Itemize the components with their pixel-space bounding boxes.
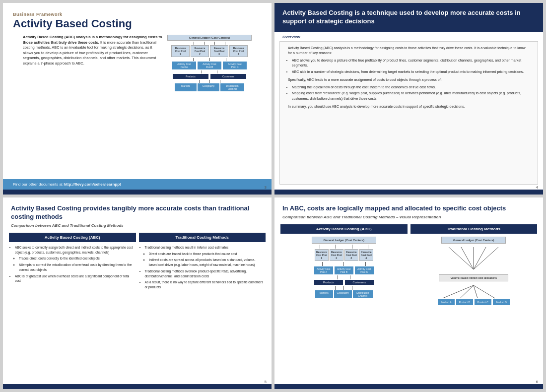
- slide3-subtitle: Comparison between ABC and Traditional C…: [11, 223, 264, 228]
- diag-customers: Customers: [210, 74, 246, 79]
- slide2-specifically: Specifically, ABC leads to a more accura…: [288, 77, 530, 83]
- slide1-title: Activity Based Costing: [13, 18, 262, 30]
- slide3-abc-col: Activity Based Costing (ABC) ABC seeks t…: [9, 233, 136, 382]
- slide4-activity-c: Activity CostPool C: [355, 266, 374, 274]
- slide3-comparison-table: Activity Based Costing (ABC) ABC seeks t…: [9, 233, 266, 382]
- abc-bullet-1: ABC seeks to correctly assign both direc…: [15, 245, 134, 255]
- svg-line-1: [461, 247, 474, 269]
- slide4-product-a: Product A: [438, 299, 455, 305]
- slide2-header-title: Activity Based Costing is a technique us…: [282, 9, 535, 26]
- slide4-trad-section: Traditional Costing Methods General Ledg…: [410, 224, 538, 382]
- abc-bullet-3: Attempts to correct the misallocation of…: [19, 262, 134, 272]
- slide4-title: In ABC, costs are logically mapped and a…: [282, 204, 535, 213]
- trad-bullet-4: Traditional costing methods overlook pro…: [145, 269, 264, 279]
- slide1-page-num: 3: [265, 185, 267, 190]
- slide4-body: Activity Based Costing (ABC) General Led…: [274, 222, 543, 384]
- diag-gl-label: General Ledger (Cost Centers): [167, 35, 252, 41]
- slide-4: In ABC, costs are logically mapped and a…: [274, 197, 543, 389]
- trad-converge-arrows: [439, 245, 508, 274]
- slide4-trad-header: Traditional Costing Methods: [410, 224, 538, 234]
- slide4-page-num: 6: [536, 380, 538, 384]
- diag-distribution: DistributionChannel: [220, 83, 244, 91]
- diag-activity-a: Activity CostPool A: [172, 62, 196, 69]
- svg-line-4: [474, 247, 498, 269]
- slide4-trad-gl: General Ledger (Cost Centers): [441, 237, 506, 244]
- svg-line-6: [460, 285, 474, 298]
- diag-geography: Geography: [198, 83, 219, 91]
- slide2-bullets2-list: Matching the logical flow of costs throu…: [288, 85, 530, 102]
- slide2-summary: In summary, you should use ABC analysis …: [288, 104, 530, 110]
- slide1-bottom-bar: [3, 190, 272, 195]
- slide4-abc-section: Activity Based Costing (ABC) General Led…: [280, 224, 408, 382]
- slide4-markets: Markets: [315, 290, 333, 298]
- slide2-intro: Activity Based Costing (ABC) analysis is…: [288, 42, 530, 58]
- slide4-product-d: Product D: [493, 299, 510, 305]
- biz-framework-label: Business Framework: [13, 12, 262, 17]
- diag-pool-2: ResourceCost Pool2: [191, 45, 209, 57]
- svg-line-0: [449, 247, 474, 269]
- slide3-trad-col: Traditional Costing Methods Traditional …: [139, 233, 266, 382]
- diag-products: Products: [173, 74, 208, 79]
- svg-line-3: [474, 247, 486, 269]
- slide2-overview-label: Overview: [274, 32, 543, 41]
- slide2-bullet-2: ABC aids in a number of strategic decisi…: [292, 69, 530, 75]
- slide1-footer: Find our other documents at http://flevy…: [3, 179, 272, 190]
- trad-bullet-2: Direct costs are traced back to those pr…: [149, 252, 264, 257]
- abc-bullet-2: Traces direct costs correctly to the ide…: [19, 256, 134, 261]
- diag-pool-4: ResourceCost Pool4: [229, 45, 248, 57]
- slide4-customers: Customers: [345, 280, 374, 285]
- slide1-link[interactable]: http://flevy.com/seller/learnppt: [64, 182, 121, 187]
- slide3-bottom-bar: [3, 384, 272, 389]
- slide4-bottom-bar: [274, 384, 543, 389]
- slide-1: Business Framework Activity Based Costin…: [3, 3, 272, 195]
- slide3-trad-header: Traditional Costing Methods: [139, 233, 266, 242]
- slide4-abc-gl: General Ledger (Cost Centers): [312, 237, 376, 244]
- slide4-product-c: Product C: [475, 299, 491, 305]
- slide2-bullet-1: ABC allows you to develop a picture of t…: [292, 58, 530, 68]
- diag-activity-c: Activity CostPool C: [223, 62, 247, 69]
- slide4-abc-header: Activity Based Costing (ABC): [280, 224, 408, 234]
- slide4-geography: Geography: [334, 290, 352, 298]
- diag-pool-3: ResourceCost Pool3: [210, 45, 228, 57]
- slide4-activity-a: Activity CostPool A: [314, 266, 333, 274]
- slide3-header: Activity Based Costing provides tangibly…: [3, 197, 272, 231]
- trad-bullet-5: As a result, there is no way to capture …: [145, 280, 264, 290]
- slide4-product-b: Product B: [456, 299, 473, 305]
- slide3-trad-body: Traditional costing methods result in in…: [139, 245, 266, 291]
- slide2-bullets-list: ABC allows you to develop a picture of t…: [288, 58, 530, 75]
- slide4-products: Products: [314, 280, 343, 285]
- diag-markets: Markets: [175, 83, 197, 91]
- slide4-trad-diagram: General Ledger (Cost Centers) Volume-bas…: [410, 237, 538, 382]
- slide-2: Activity Based Costing is a technique us…: [274, 3, 543, 195]
- slide3-abc-header: Activity Based Costing (ABC): [9, 233, 136, 242]
- slide3-page-num: 5: [265, 380, 267, 384]
- slide3-abc-body: ABC seeks to correctly assign both direc…: [9, 245, 136, 285]
- slide2-bullet2-2: Mapping costs from “resources” (e.g. wag…: [292, 91, 530, 101]
- slide4-subtitle: Comparison between ABC and Traditional C…: [282, 215, 535, 219]
- abc-bullet-4: ABC is of greatest use when overhead cos…: [15, 274, 134, 284]
- trad-bullet-1: Traditional costing methods result in in…: [145, 245, 264, 250]
- slide4-header: In ABC, costs are logically mapped and a…: [274, 197, 543, 222]
- slide4-pool-2: ResourceCost Pool2: [330, 249, 343, 261]
- slide4-pool-4: ResourceCost Pool4: [359, 249, 373, 261]
- slide4-vol-alloc: Volume-based indirect cost allocations: [439, 274, 508, 281]
- slide4-dist-channel: DistributionChannel: [353, 290, 373, 298]
- slide1-diagram: General Ledger (Cost Centers) ResourceCo…: [167, 35, 252, 91]
- trad-bullet-3: Indirect costs are spread across all pro…: [149, 258, 264, 267]
- slide4-pool-3: ResourceCost Pool3: [344, 249, 358, 261]
- slide2-page-num: 4: [536, 185, 538, 190]
- slide2-bullet2-1: Matching the logical flow of costs throu…: [292, 85, 530, 90]
- slide1-body-text: Activity Based Costing (ABC) analysis is…: [23, 35, 162, 91]
- diag-pool-1: ResourceCost Pool1: [171, 45, 190, 57]
- slide2-bottom-bar: [274, 190, 543, 195]
- slide4-abc-diagram: General Ledger (Cost Centers) ResourceCo…: [280, 237, 408, 382]
- slide2-content-box: Activity Based Costing (ABC) analysis is…: [279, 41, 538, 185]
- svg-line-5: [443, 285, 474, 298]
- slide4-activity-b: Activity CostPool B: [335, 266, 353, 274]
- diag-activity-b: Activity CostPool B: [198, 62, 221, 69]
- trad-fanout-arrows: [434, 284, 513, 299]
- slide3-title: Activity Based Costing provides tangibly…: [11, 204, 264, 221]
- slide4-pool-1: ResourceCost Pool1: [315, 249, 329, 261]
- slide-3: Activity Based Costing provides tangibly…: [3, 197, 272, 389]
- slide2-header: Activity Based Costing is a technique us…: [274, 3, 543, 32]
